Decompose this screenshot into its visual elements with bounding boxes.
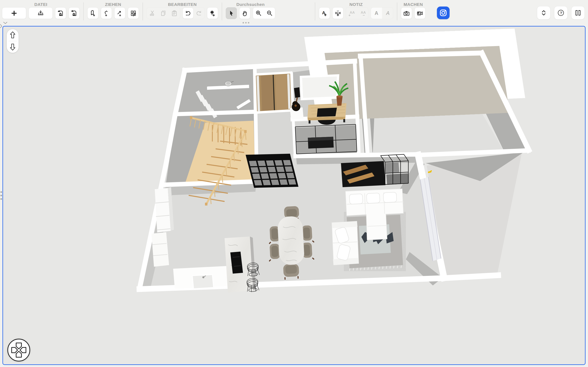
- add-dimension-button[interactable]: 10: [332, 7, 343, 19]
- draw-walls-button[interactable]: [87, 7, 98, 19]
- clipboard-tray: [147, 7, 180, 19]
- level-up-button[interactable]: [7, 29, 18, 41]
- wooden-double-door[interactable]: [254, 71, 294, 114]
- create-photo-button[interactable]: [401, 7, 412, 19]
- svg-text:A: A: [322, 10, 325, 15]
- room-plus-icon: [103, 10, 110, 17]
- group-label-ziehen: ZIEHEN: [105, 2, 121, 7]
- svg-text:10: 10: [337, 10, 339, 12]
- add-point-button[interactable]: [207, 7, 218, 19]
- plan-3d-canvas[interactable]: [2, 26, 586, 365]
- font-style-tray: A A: [371, 7, 393, 19]
- paste-button[interactable]: [169, 8, 180, 19]
- magnet-off-icon: [130, 10, 137, 17]
- svg-text:AA: AA: [361, 10, 366, 15]
- undo-button[interactable]: [182, 8, 194, 19]
- increase-text-size-button[interactable]: AA: [346, 8, 357, 19]
- add-text-button[interactable]: A: [319, 7, 330, 19]
- add-point-icon: [209, 10, 216, 17]
- toggle-split-view-button[interactable]: [571, 6, 585, 20]
- copy-button[interactable]: [158, 8, 169, 19]
- cursor-arrow-icon: [228, 10, 234, 17]
- pan-tool-button[interactable]: [239, 7, 250, 19]
- collapse-toolbar-button[interactable]: [537, 6, 550, 20]
- toolbar-overflow-dots[interactable]: [242, 22, 249, 24]
- chevron-collapse-icon: [540, 9, 547, 17]
- document-import-icon: [71, 10, 77, 17]
- kitchen-tall-cabinets: [155, 187, 174, 233]
- room-bathroom: [176, 68, 255, 114]
- level-control: [7, 29, 18, 53]
- svg-text:A: A: [375, 10, 378, 16]
- group-label-machen: MACHEN: [404, 2, 423, 7]
- magnifier-minus-icon: [266, 10, 273, 17]
- wall-plus-icon: [90, 10, 96, 17]
- glass-display-cabinet[interactable]: [246, 154, 298, 188]
- decrease-text-size-button[interactable]: AA: [357, 8, 368, 19]
- svg-text:A: A: [386, 10, 389, 16]
- instagram-icon: [439, 9, 447, 17]
- svg-text:?: ?: [560, 11, 562, 15]
- create-video-button[interactable]: [415, 7, 425, 19]
- toolbar-group-ziehen: ZIEHEN: [87, 2, 139, 19]
- zoom-out-button[interactable]: [264, 8, 275, 19]
- window-controls: ?: [537, 2, 585, 20]
- draw-polyline-button[interactable]: [114, 7, 125, 19]
- split-view-icon: [574, 9, 582, 17]
- hand-icon: [242, 10, 248, 17]
- kitchen-island: [225, 236, 256, 293]
- new-plan-button[interactable]: [2, 7, 26, 19]
- text-bold-button[interactable]: A: [371, 8, 382, 19]
- bold-icon: A: [373, 10, 380, 17]
- save-plan-button[interactable]: [29, 7, 53, 19]
- group-label-durchsuchen: Durchsuchen: [236, 2, 265, 7]
- select-tool-button[interactable]: [226, 7, 237, 19]
- export-plan-button[interactable]: [55, 7, 66, 19]
- toolbar-group-notiz: NOTIZ A 10 AA AA A A: [319, 2, 393, 19]
- camera-dpad[interactable]: [7, 338, 31, 362]
- main-toolbar: DATEI ZIEHEN: [0, 0, 588, 25]
- house-3d-scene[interactable]: [2, 26, 586, 365]
- import-plan-button[interactable]: [69, 7, 80, 19]
- zoom-tray: [253, 7, 275, 19]
- group-label-notiz: NOTIZ: [350, 2, 363, 7]
- magnifier-plus-icon: [255, 10, 262, 17]
- two-seat-sofa[interactable]: [332, 221, 359, 265]
- toolbar-divider: [83, 2, 84, 20]
- copy-icon: [160, 10, 167, 17]
- font-size-tray: AA AA: [346, 7, 368, 19]
- toggle-magnetism-button[interactable]: [128, 7, 139, 19]
- zoom-in-button[interactable]: [253, 8, 264, 19]
- document-export-icon: [57, 10, 64, 17]
- toolbar-divider: [143, 2, 143, 20]
- plus-icon: [11, 10, 17, 17]
- redo-button[interactable]: [193, 8, 204, 19]
- toolbar-group-durchsuchen: Durchsuchen: [226, 2, 275, 19]
- text-plus-icon: A: [321, 10, 328, 17]
- share-area: [437, 2, 450, 19]
- toolbar-divider: [222, 2, 222, 20]
- font-increase-icon: AA: [348, 10, 355, 17]
- dining-table: [277, 216, 305, 265]
- level-up-icon: [9, 31, 16, 39]
- garage-sectional-door[interactable]: [376, 60, 458, 99]
- draw-room-button[interactable]: [101, 7, 112, 19]
- toolbar-divider: [397, 2, 397, 20]
- text-italic-button[interactable]: A: [382, 8, 393, 19]
- undo-arrow-icon: [185, 10, 191, 17]
- side-panel-handle[interactable]: [0, 191, 2, 200]
- toolbar-group-bearbeiten: BEARBEITEN: [147, 2, 218, 19]
- video-camera-icon: [417, 10, 423, 17]
- toolbar-divider: [315, 2, 315, 20]
- group-label-datei: DATEI: [34, 2, 47, 7]
- help-button[interactable]: ?: [554, 6, 568, 20]
- toolbar-group-machen: MACHEN: [401, 2, 425, 19]
- font-decrease-icon: AA: [359, 10, 366, 17]
- line-plus-icon: [117, 10, 123, 17]
- level-down-button[interactable]: [7, 41, 18, 53]
- cut-button[interactable]: [147, 8, 158, 19]
- scissors-icon: [149, 10, 156, 17]
- instagram-share-button[interactable]: [437, 7, 450, 19]
- level-down-icon: [9, 43, 16, 51]
- save-download-icon: [37, 10, 44, 17]
